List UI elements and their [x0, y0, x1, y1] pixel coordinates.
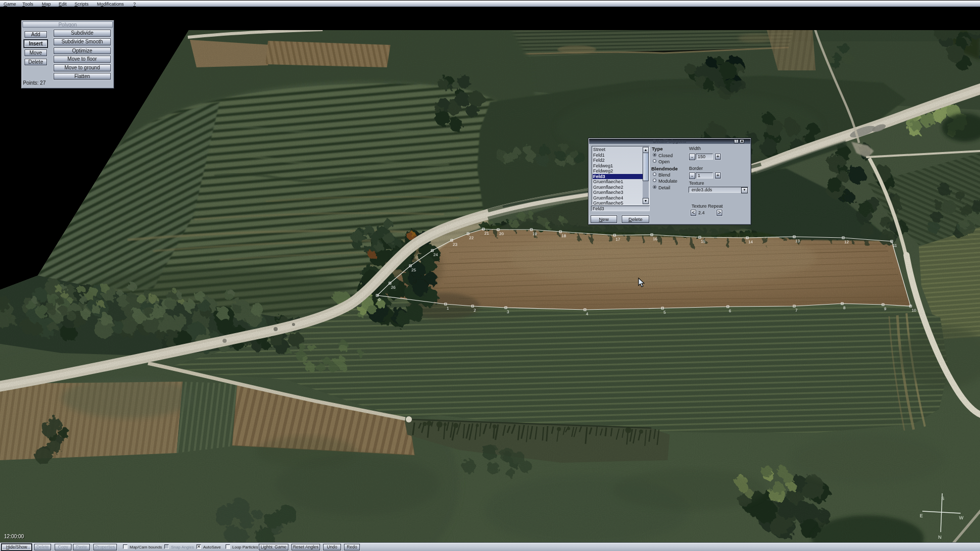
svg-text:5: 5	[664, 310, 666, 315]
svg-text:22: 22	[469, 236, 474, 240]
svg-text:23: 23	[453, 242, 457, 247]
svg-text:25: 25	[411, 268, 416, 272]
svg-text:16: 16	[653, 237, 657, 241]
svg-text:14: 14	[748, 240, 753, 244]
svg-text:17: 17	[616, 237, 620, 242]
svg-text:20: 20	[499, 232, 504, 236]
svg-text:1: 1	[447, 306, 449, 311]
svg-text:13: 13	[795, 239, 800, 243]
svg-text:11: 11	[893, 243, 897, 248]
svg-text:18: 18	[561, 234, 566, 238]
svg-text:6: 6	[729, 309, 731, 313]
svg-text:26: 26	[391, 285, 396, 290]
svg-text:19: 19	[532, 232, 537, 236]
svg-text:4: 4	[586, 312, 589, 316]
svg-text:N: N	[938, 535, 942, 540]
svg-text:12: 12	[844, 240, 849, 244]
svg-text:7: 7	[795, 308, 798, 313]
svg-text:2: 2	[474, 308, 476, 313]
svg-text:3: 3	[507, 310, 509, 314]
svg-text:S: S	[941, 496, 944, 501]
svg-text:W: W	[959, 515, 964, 520]
svg-text:10: 10	[912, 308, 916, 313]
svg-text:E: E	[920, 513, 923, 518]
svg-text:24: 24	[433, 253, 438, 257]
svg-text:15: 15	[701, 239, 705, 244]
svg-text:9: 9	[884, 307, 887, 311]
svg-text:21: 21	[484, 231, 489, 236]
svg-text:0: 0	[378, 297, 381, 302]
svg-text:8: 8	[843, 306, 846, 310]
